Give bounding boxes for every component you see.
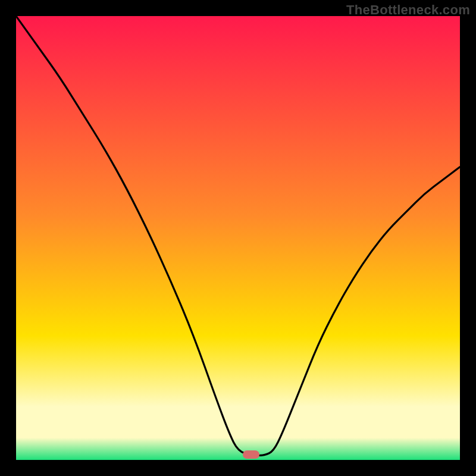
attribution-label: TheBottleneck.com	[346, 2, 470, 18]
plot-area	[16, 16, 460, 460]
chart-frame: TheBottleneck.com	[0, 0, 476, 476]
optimal-marker	[243, 450, 259, 459]
gradient-background	[16, 16, 460, 460]
bottleneck-plot	[16, 16, 460, 460]
